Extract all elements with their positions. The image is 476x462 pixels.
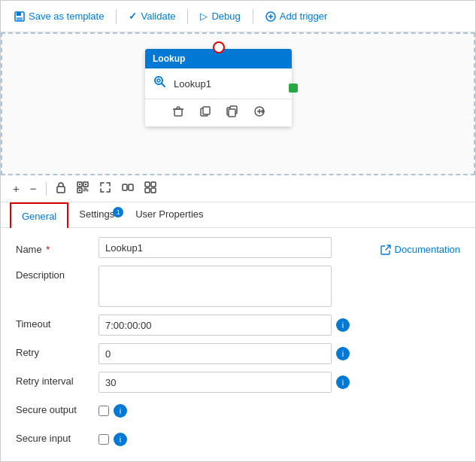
qr-button[interactable] xyxy=(74,180,92,197)
svg-rect-24 xyxy=(151,182,156,187)
timeout-row: Timeout i xyxy=(16,315,460,336)
node-title: Lookup xyxy=(153,53,185,64)
svg-rect-22 xyxy=(129,184,133,190)
retry-interval-row: Retry interval i xyxy=(16,372,460,393)
svg-rect-18 xyxy=(79,184,80,185)
lookup-icon xyxy=(153,74,168,93)
node-clone-button[interactable] xyxy=(223,104,241,122)
node-copy-button[interactable] xyxy=(196,104,214,122)
node-body: Lookup1 xyxy=(145,68,292,99)
tab-user-properties-label: User Properties xyxy=(135,208,203,220)
name-label: Name * xyxy=(16,240,99,255)
secure-output-row: Secure output i xyxy=(16,400,460,421)
secure-output-checkbox[interactable] xyxy=(99,406,109,416)
validate-label: Validate xyxy=(141,11,175,22)
retry-interval-label: Retry interval xyxy=(16,372,99,387)
description-label: Description xyxy=(16,266,99,281)
node-top-connector xyxy=(213,41,225,53)
secure-input-row: Secure input i xyxy=(16,429,460,450)
timeout-input[interactable] xyxy=(99,315,332,336)
secure-output-label: Secure output xyxy=(16,400,99,415)
retry-label: Retry xyxy=(16,343,99,358)
retry-input[interactable] xyxy=(99,343,332,364)
tab-general-label: General xyxy=(22,211,56,222)
lookup-node[interactable]: Lookup Lookup1 xyxy=(145,49,292,126)
node-connect-button[interactable] xyxy=(250,104,268,122)
toolbar: Save as template ✓ Validate ▷ Debug Add … xyxy=(1,1,475,32)
properties-panel: Name * Documentation Description Timeout… xyxy=(1,228,475,462)
svg-rect-19 xyxy=(85,184,86,185)
tab-settings-label: Settings xyxy=(79,208,114,220)
secure-input-info-icon[interactable]: i xyxy=(114,433,127,446)
separator-2 xyxy=(187,9,188,24)
timeout-label: Timeout xyxy=(16,315,99,330)
validate-icon: ✓ xyxy=(129,11,137,22)
name-row: Name * Documentation xyxy=(16,237,460,258)
svg-rect-1 xyxy=(17,12,21,16)
svg-rect-2 xyxy=(17,17,23,20)
retry-row: Retry i xyxy=(16,343,460,364)
svg-rect-14 xyxy=(57,187,65,193)
node-right-connector xyxy=(289,84,298,93)
separator-3 xyxy=(253,9,253,24)
tab-user-properties[interactable]: User Properties xyxy=(125,202,214,227)
svg-rect-6 xyxy=(174,109,182,116)
save-template-button[interactable]: Save as template xyxy=(8,8,110,25)
debug-icon: ▷ xyxy=(200,11,208,22)
tab-general[interactable]: General xyxy=(10,202,68,228)
documentation-label: Documentation xyxy=(395,244,460,255)
secure-input-checkbox[interactable] xyxy=(99,434,109,445)
external-link-icon xyxy=(380,245,391,255)
svg-rect-20 xyxy=(79,190,80,191)
add-trigger-label: Add trigger xyxy=(280,11,328,22)
secure-output-info-icon[interactable]: i xyxy=(114,404,127,418)
svg-point-5 xyxy=(157,79,160,82)
ctrl-sep-1 xyxy=(46,182,47,196)
canvas-controls: + − xyxy=(1,175,475,202)
settings-badge: 1 xyxy=(113,207,123,217)
documentation-link[interactable]: Documentation xyxy=(380,240,460,255)
svg-rect-9 xyxy=(203,107,210,114)
canvas-area[interactable]: Lookup Lookup1 xyxy=(1,32,475,175)
debug-button[interactable]: ▷ Debug xyxy=(194,8,246,25)
svg-rect-21 xyxy=(123,184,127,190)
name-required: * xyxy=(44,244,50,255)
svg-rect-25 xyxy=(145,188,150,193)
name-input[interactable] xyxy=(99,237,332,258)
save-icon xyxy=(14,11,25,22)
node-actions xyxy=(145,99,292,126)
layout-button[interactable] xyxy=(141,180,159,197)
svg-rect-12 xyxy=(229,109,235,117)
validate-button[interactable]: ✓ Validate xyxy=(123,8,181,25)
retry-info-icon[interactable]: i xyxy=(336,347,350,360)
node-name: Lookup1 xyxy=(174,78,211,90)
add-trigger-button[interactable]: Add trigger xyxy=(259,8,334,25)
svg-rect-26 xyxy=(151,188,156,193)
expand-button[interactable] xyxy=(119,180,137,197)
timeout-info-icon[interactable]: i xyxy=(336,318,350,332)
secure-input-label: Secure input xyxy=(16,429,99,444)
description-row: Description xyxy=(16,266,460,307)
remove-node-button[interactable]: − xyxy=(27,181,40,196)
retry-interval-info-icon[interactable]: i xyxy=(336,375,350,389)
tabs-container: General Settings 1 User Properties xyxy=(1,202,475,228)
add-node-button[interactable]: + xyxy=(10,181,23,196)
trigger-icon xyxy=(265,11,276,22)
tab-settings[interactable]: Settings 1 xyxy=(68,202,125,227)
svg-rect-23 xyxy=(145,182,150,187)
description-input[interactable] xyxy=(99,266,332,307)
debug-label: Debug xyxy=(211,11,240,22)
lock-button[interactable] xyxy=(53,180,69,197)
save-template-label: Save as template xyxy=(29,11,104,22)
node-delete-button[interactable] xyxy=(169,104,187,122)
retry-interval-input[interactable] xyxy=(99,372,332,393)
fit-button[interactable] xyxy=(96,180,114,197)
separator-1 xyxy=(116,9,117,24)
